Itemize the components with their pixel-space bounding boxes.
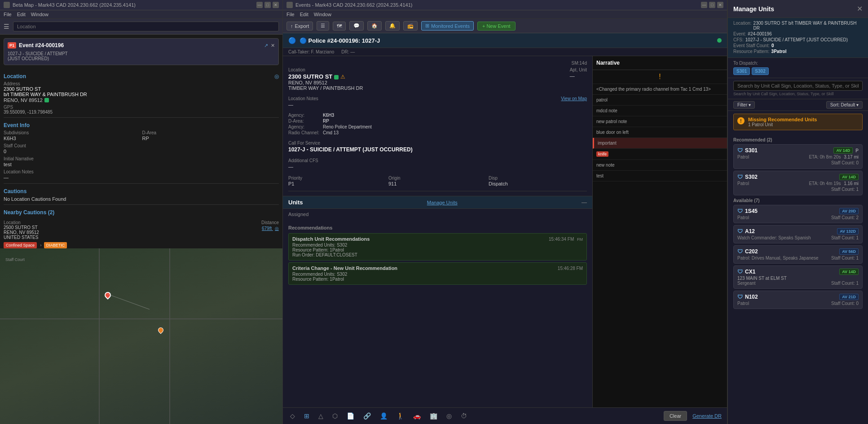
criteria-change-item: Criteria Change - New Unit Recommendatio… bbox=[288, 262, 587, 285]
map-canvas[interactable]: Staff Court bbox=[0, 248, 282, 424]
filter-btn[interactable]: Filter ▾ bbox=[733, 101, 755, 109]
triangle-icon-btn[interactable]: △ bbox=[317, 411, 325, 421]
d-area-detail-value: RP bbox=[323, 119, 587, 124]
narr-item-3[interactable]: new patrol note bbox=[593, 116, 727, 127]
location-target-icon[interactable]: ◎ bbox=[274, 73, 279, 80]
car-icon-btn[interactable]: 🚗 bbox=[411, 411, 423, 421]
minimize-units-btn[interactable]: — bbox=[582, 199, 587, 206]
unit-card-cx1[interactable]: 🛡 CX1 AV 14D 123 MAIN ST at ELM ST Serge… bbox=[733, 265, 863, 289]
close-map-btn[interactable]: ✕ bbox=[273, 2, 279, 8]
generate-dr-btn[interactable]: Generate DR bbox=[692, 413, 722, 419]
nearby-cautions-title: Nearby Cautions (2) bbox=[4, 209, 54, 216]
walking-icon-btn[interactable]: 🚶 bbox=[395, 411, 406, 421]
event-link-icon[interactable]: ↗ bbox=[264, 43, 268, 49]
map-marker-nearby[interactable] bbox=[157, 326, 165, 334]
subdivisions-label: Subdivisions bbox=[4, 130, 141, 135]
criteria-change-time: 15:46:28 FM bbox=[558, 266, 583, 271]
location-search-input[interactable] bbox=[13, 22, 279, 31]
grid-icon-btn[interactable]: ⊞ bbox=[302, 411, 311, 421]
detail-agency-section: Agency: K6H3 D-Area: RP Agency: Reno Pol… bbox=[288, 113, 587, 135]
dispatch-rec-units: Recommended Units: S302 bbox=[292, 243, 583, 247]
narr-item-5[interactable]: important bbox=[593, 138, 727, 149]
close-events-btn[interactable]: ✕ bbox=[717, 2, 723, 8]
events-menu-window[interactable]: Window bbox=[314, 12, 331, 17]
recommendations-label: Recommendations bbox=[288, 225, 587, 230]
map-menu-file[interactable]: File bbox=[4, 12, 12, 17]
map-menu-window[interactable]: Window bbox=[31, 12, 48, 17]
events-menu-edit[interactable]: Edit bbox=[300, 12, 308, 17]
radio-btn[interactable]: 📻 bbox=[403, 21, 418, 31]
notification-btn[interactable]: 🔔 bbox=[385, 21, 400, 31]
dispatch-rec-order: Run Order: DEFAULT:CLOSEST bbox=[292, 252, 583, 257]
narr-item-0[interactable]: <Changed the primary radio channel from … bbox=[593, 84, 727, 95]
radio-channel-label: Radio Channel: bbox=[288, 130, 319, 135]
s301-id: S301 bbox=[745, 147, 758, 154]
minimize-map-btn[interactable]: — bbox=[256, 2, 263, 8]
unit-card-a12[interactable]: 🛡 A12 AV 132D Watch Commander: Speaks Sp… bbox=[733, 225, 863, 243]
dispatch-s302-badge[interactable]: S302 bbox=[752, 67, 768, 75]
mu-resource-pattern-value: 3Patrol bbox=[771, 49, 787, 54]
unit-card-s301[interactable]: 🛡 S301 AV 14D P Patrol ETA: 0h 8m 20s 3.… bbox=[733, 144, 863, 169]
circle-icon-btn[interactable]: ◎ bbox=[445, 411, 454, 421]
narr-item-7[interactable]: new note bbox=[593, 160, 727, 171]
unit-card-1s45[interactable]: 🛡 1S45 AV 20D Patrol Staff Count: 2 bbox=[733, 205, 863, 223]
disp-cell-value: Dispatch bbox=[489, 181, 587, 186]
new-event-btn[interactable]: + New Event bbox=[477, 22, 516, 31]
diamond-icon-btn[interactable]: ◇ bbox=[288, 411, 297, 421]
export-btn[interactable]: ↑ Export bbox=[286, 22, 313, 31]
sm-badge: SM:14d bbox=[288, 61, 587, 66]
clear-btn[interactable]: Clear bbox=[664, 411, 687, 421]
dispatch-s301-badge[interactable]: S301 bbox=[733, 67, 750, 75]
1s45-staff: Staff Count: 2 bbox=[831, 215, 859, 220]
narr-item-2[interactable]: mdcd note bbox=[593, 106, 727, 116]
s302-shield-icon: 🛡 bbox=[737, 174, 743, 180]
clock-icon-btn[interactable]: ⏱ bbox=[459, 411, 469, 421]
event-header-bar: 🔵 🔵 Police #24-000196: 1027-J bbox=[283, 33, 727, 48]
event-close-icon[interactable]: ✕ bbox=[271, 43, 275, 49]
assigned-section: Assigned bbox=[288, 209, 587, 222]
s302-eta: ETA: 0h 4m 19s 1.16 mi bbox=[809, 181, 859, 186]
events-app-icon bbox=[286, 2, 293, 8]
doc-icon-btn[interactable]: 📄 bbox=[345, 411, 356, 421]
chat-btn[interactable]: 💬 bbox=[349, 21, 364, 31]
manage-units-close-btn[interactable]: ✕ bbox=[857, 4, 863, 13]
manage-units-title: Manage Units bbox=[733, 5, 774, 13]
link-icon-btn[interactable]: 🔗 bbox=[361, 411, 373, 421]
hamburger-menu-btn[interactable]: ☰ bbox=[4, 23, 9, 30]
map-view-btn[interactable]: 🗺 bbox=[333, 22, 346, 31]
unit-card-n102[interactable]: 🛡 N102 AV 21D Patrol Staff Count: 0 bbox=[733, 291, 863, 309]
view-on-map-link[interactable]: View on Map bbox=[561, 96, 587, 101]
narr-item-1[interactable]: patrol bbox=[593, 95, 727, 106]
events-menu-file[interactable]: File bbox=[286, 12, 295, 17]
home-btn[interactable]: 🏠 bbox=[367, 21, 382, 31]
s302-role: Patrol bbox=[737, 181, 749, 186]
narr-item-4[interactable]: blue door on left bbox=[593, 127, 727, 138]
maximize-map-btn[interactable]: □ bbox=[264, 2, 271, 8]
event-card[interactable]: P1 Event #24-000196 ↗ ✕ 1027-J - SUICIDE… bbox=[4, 38, 279, 65]
unit-card-s302[interactable]: 🛡 S302 AV 14D Patrol ETA: 0h 4m 19s 1.16… bbox=[733, 171, 863, 195]
subdivisions-value: K6H3 bbox=[4, 136, 16, 141]
mu-search-input[interactable] bbox=[733, 81, 863, 91]
monitored-events-btn[interactable]: ⊞ Monitored Events bbox=[421, 21, 474, 31]
nearby-caution-item: Location 2500 SUTRO ST RENO, NV 89512 UN… bbox=[4, 218, 279, 248]
person-icon-btn[interactable]: 👤 bbox=[378, 411, 389, 421]
maximize-events-btn[interactable]: □ bbox=[709, 2, 715, 8]
hex-icon-btn[interactable]: ⬡ bbox=[330, 411, 339, 421]
c202-av-badge: AV 56D bbox=[839, 248, 859, 255]
minimize-events-btn[interactable]: — bbox=[701, 2, 707, 8]
map-window-title: Beta Map - Mark43 CAD 2024.230.662 (2024… bbox=[13, 2, 136, 8]
building-icon-btn[interactable]: 🏢 bbox=[428, 411, 439, 421]
nearby-distance[interactable]: 679ft ◎ bbox=[262, 226, 279, 231]
staff-count-cell: Staff Count 0 bbox=[4, 143, 279, 155]
sort-btn[interactable]: Sort: Default ▾ bbox=[826, 101, 863, 109]
cx1-shield-icon: 🛡 bbox=[737, 269, 743, 275]
location-notes-cell: Location Notes — bbox=[4, 169, 279, 181]
narr-item-8[interactable]: test bbox=[593, 171, 727, 181]
narr-item-6[interactable]: knife bbox=[593, 149, 727, 160]
narrative-panel: Narrative ! <Changed the primary radio c… bbox=[592, 56, 727, 407]
hamburger-events-btn[interactable]: ☰ bbox=[317, 21, 329, 31]
map-menu-edit[interactable]: Edit bbox=[17, 12, 26, 17]
unit-card-c202[interactable]: 🛡 C202 AV 56D Patrol: Drives Manual, Spe… bbox=[733, 245, 863, 264]
manage-units-link[interactable]: Manage Units bbox=[427, 200, 458, 205]
s301-shield-icon: 🛡 bbox=[737, 147, 743, 154]
